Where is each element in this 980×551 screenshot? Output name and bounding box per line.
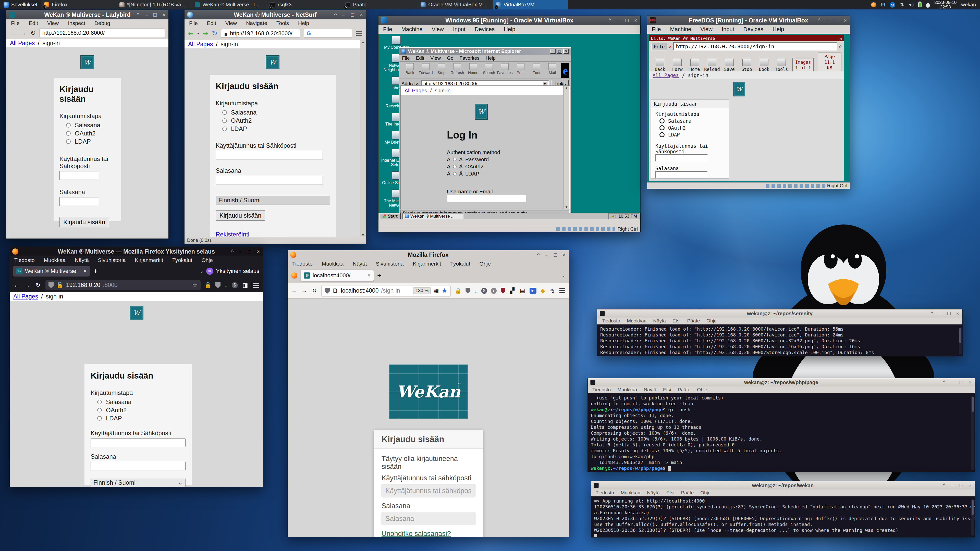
toolbar-button[interactable]: Book [756, 59, 773, 72]
taskbar-task[interactable]: WeKan ® Multiverse ... [402, 213, 463, 219]
url-input[interactable]: http://192.168.0.20:8000/sign-in [673, 42, 837, 51]
toolbar-button[interactable]: Reload [703, 59, 721, 72]
menu-item[interactable]: Devices [475, 26, 495, 33]
ie-titlebar[interactable]: WeKan ® Multiverse - Microsoft Internet … [399, 48, 571, 55]
menu-item[interactable]: Etsi [663, 387, 671, 392]
scroll-down-icon[interactable]: ▼ [565, 205, 568, 209]
signin-button[interactable]: Kirjaudu sisään [59, 217, 109, 227]
username-input[interactable] [447, 195, 526, 202]
auth-method-option[interactable]: Salasana [66, 122, 115, 129]
clock[interactable]: 2023-05-1022:53 [934, 0, 956, 10]
password-input[interactable] [382, 512, 476, 525]
language-select[interactable]: Finnish / Suomi ⌄ [91, 478, 186, 487]
radio-icon[interactable] [453, 172, 457, 176]
minimize-button[interactable]: – [145, 10, 148, 19]
menu-item[interactable]: Pääte [681, 490, 694, 495]
keyboard-layout-indicator[interactable]: FI [881, 2, 885, 8]
terminal-scrollbar[interactable] [971, 396, 974, 470]
shade-button[interactable]: ^ [537, 250, 540, 259]
vertical-scrollbar[interactable]: ▲▼ [360, 40, 366, 237]
minimize-button[interactable]: – [617, 16, 620, 25]
tracking-shield-icon[interactable] [48, 282, 54, 288]
toolbar-button[interactable]: Favorites [497, 63, 513, 75]
menu-item[interactable]: Tiedosto [596, 490, 614, 495]
username-input[interactable] [216, 151, 323, 159]
menu-item[interactable]: Työkalut [172, 257, 192, 263]
ladybird-titlebar[interactable]: WeKan ® Multiverse - Ladybird ^–□× [6, 10, 169, 19]
signin-button[interactable]: Kirjaudu sisään [216, 210, 265, 221]
menu-item[interactable]: File [189, 20, 198, 26]
menu-item[interactable]: Edit [29, 20, 38, 26]
username-input[interactable] [382, 484, 476, 497]
minimize-button[interactable]: – [939, 309, 942, 318]
auth-method-option[interactable]: OAuth2 [222, 117, 330, 124]
menu-item[interactable]: File [383, 26, 392, 33]
minimize-button[interactable]: – [826, 16, 829, 25]
shade-button[interactable]: ^ [334, 10, 337, 19]
language-select[interactable]: Finnish / Suomi [216, 196, 330, 205]
menu-item[interactable]: Devices [743, 26, 763, 33]
auth-method-option[interactable]: Salasana [97, 399, 186, 406]
new-tab-button[interactable]: + [377, 272, 381, 279]
toolbar-button[interactable]: Forward [418, 63, 434, 75]
scroll-up-icon[interactable]: ▲ [565, 86, 568, 90]
terminal-output[interactable]: (use "git push" to publish your local co… [588, 393, 975, 472]
radio-icon[interactable] [97, 400, 102, 404]
terminal-scrollbar[interactable] [971, 499, 974, 536]
menu-item[interactable]: Näytä [653, 318, 666, 324]
web-search-input[interactable]: G [304, 29, 352, 38]
menu-item[interactable]: Machine [401, 26, 422, 33]
auth-method-option[interactable]: OAuth2 [659, 125, 725, 130]
vm-titlebar[interactable]: DOS FreeDOS [Running] - Oracle VM Virtua… [647, 16, 850, 25]
account-icon[interactable]: 🔒 [205, 282, 211, 289]
radio-icon[interactable] [453, 165, 457, 168]
minimize-button[interactable]: – [545, 250, 548, 259]
minimize-button[interactable]: – [951, 378, 954, 387]
forgot-password-link[interactable]: Unohditko salasanasi? [382, 530, 451, 537]
close-icon[interactable]: ☒ [839, 36, 842, 41]
page-info-icon[interactable]: 🗋 [332, 287, 338, 294]
tab-localhost[interactable]: W localhost:4000/ × [301, 270, 374, 281]
back-dropdown-icon[interactable]: ▾ [197, 31, 199, 36]
menu-item[interactable]: File [652, 26, 661, 33]
auth-method-option[interactable]: LDAP [66, 138, 115, 145]
radio-icon[interactable] [222, 110, 227, 115]
bookmark-star-icon[interactable]: ☆ [192, 282, 197, 289]
network-icon[interactable]: ⇅ [900, 2, 903, 8]
maximize-button[interactable]: □ [835, 16, 838, 25]
toolbar-button[interactable]: Stop [738, 59, 755, 72]
close-button[interactable]: × [844, 16, 847, 25]
auth-method-option[interactable]: ÂÂLDAP [447, 171, 549, 177]
reader-mode-icon[interactable]: ▦ [433, 287, 439, 294]
toolbar-button[interactable]: Stop [434, 63, 449, 75]
reload-icon[interactable]: ↻ [30, 29, 36, 37]
terminal-output[interactable]: ResourceLoader: Finished load of: "http:… [597, 324, 963, 356]
menu-item[interactable]: Muokkaa [627, 318, 646, 324]
close-button[interactable]: × [563, 250, 566, 259]
menu-item[interactable]: Navigate [246, 20, 267, 26]
menu-item[interactable]: Pääte [678, 387, 690, 392]
url-input[interactable]: http://192.168.0.20:8000/ [40, 29, 165, 37]
breadcrumb-all-pages-link[interactable]: All Pages [652, 73, 679, 78]
auth-method-option[interactable]: LDAP [222, 125, 330, 132]
volume-icon[interactable]: ◄) [907, 2, 914, 7]
maximize-button[interactable]: □ [554, 250, 557, 259]
menu-item[interactable]: Tiedosto [292, 261, 313, 267]
url-input[interactable]: http://192.168.0.20:8000/ [221, 29, 300, 38]
menu-item[interactable]: Ohje [479, 261, 490, 267]
extension-moon-icon[interactable]: ◗ [491, 288, 496, 294]
extension-pen-icon[interactable]: ◆ [541, 287, 545, 294]
reload-icon[interactable]: ↻ [35, 282, 41, 289]
menu-item[interactable]: Help [298, 20, 309, 26]
menu-item[interactable]: Help [486, 56, 496, 61]
menu-item[interactable]: Tiedosto [14, 257, 35, 263]
taskbar-button[interactable]: WeKan ® Multiverse - L... [192, 0, 267, 10]
menu-item[interactable]: Näytä [644, 387, 656, 392]
firefox-titlebar[interactable]: Mozilla Firefox ^–□× [288, 250, 569, 259]
shade-button[interactable]: ^ [931, 309, 933, 318]
bookmark-star-icon[interactable]: ★ [442, 287, 447, 295]
auth-method-option[interactable]: OAuth2 [97, 407, 186, 414]
register-link[interactable]: Rekisteröinti [216, 231, 330, 237]
hp-tray-icon[interactable]: hp [890, 2, 895, 8]
menu-item[interactable]: Kirjanmerkit [135, 257, 163, 263]
